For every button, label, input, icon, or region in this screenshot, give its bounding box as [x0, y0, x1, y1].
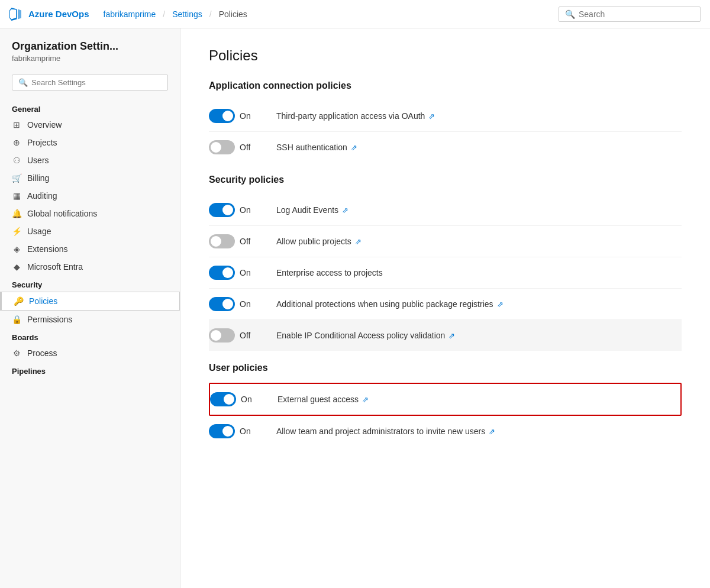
billing-icon: 🛒: [12, 173, 21, 183]
security-policies-section: Security policies On Log Audit Events ⇗: [209, 175, 682, 351]
section-label-boards: Boards: [0, 328, 180, 344]
user-policies-section: User policies On External guest access ⇗: [209, 363, 682, 447]
policy-row-invite-admins: On Allow team and project administrators…: [209, 416, 682, 447]
toggle-track-oauth[interactable]: [209, 109, 235, 123]
sidebar-item-label: Microsoft Entra: [27, 262, 83, 272]
sidebar-item-policies[interactable]: 🔑 Policies: [0, 292, 180, 311]
sidebar-item-usage[interactable]: ⚡ Usage: [0, 222, 180, 240]
toggle-invite-admins[interactable]: On: [209, 424, 262, 438]
toggle-enterprise-access[interactable]: On: [209, 266, 262, 280]
highlighted-ext-guest-row: On External guest access ⇗: [209, 383, 682, 416]
toggle-track-ip-conditional[interactable]: [209, 328, 235, 343]
azure-devops-logo[interactable]: Azure DevOps: [9, 7, 89, 21]
toggle-track-public-projects[interactable]: [209, 234, 235, 248]
sidebar-search-input[interactable]: [31, 78, 162, 87]
notifications-icon: 🔔: [12, 209, 21, 218]
toggle-public-projects[interactable]: Off: [209, 234, 262, 248]
breadcrumb-policies: Policies: [219, 9, 247, 19]
overview-icon: ⊞: [12, 120, 21, 130]
policy-name-ssh: SSH authentication ⇗: [276, 143, 357, 152]
policy-row-pkg-registries: On Additional protections when using pub…: [209, 289, 682, 320]
policy-row-ext-guest: On External guest access ⇗: [210, 390, 680, 409]
policy-link-invite-admins[interactable]: ⇗: [489, 427, 495, 436]
toggle-ssh[interactable]: Off: [209, 140, 262, 154]
toggle-label-log-audit: On: [240, 205, 255, 215]
toggle-label-public-projects: Off: [240, 237, 255, 246]
sidebar-item-global-notifications[interactable]: 🔔 Global notifications: [0, 205, 180, 222]
sidebar-item-label: Extensions: [27, 244, 67, 254]
toggle-ext-guest[interactable]: On: [210, 392, 263, 406]
sidebar-item-projects[interactable]: ⊕ Projects: [0, 134, 180, 151]
toggle-ip-conditional[interactable]: Off: [209, 328, 262, 343]
sidebar-item-label: Global notifications: [27, 209, 97, 218]
auditing-icon: ▦: [12, 191, 21, 201]
toggle-track-ssh[interactable]: [209, 140, 235, 154]
toggle-log-audit[interactable]: On: [209, 203, 262, 217]
breadcrumb-org[interactable]: fabrikamprime: [104, 9, 156, 19]
toggle-label-ssh: Off: [240, 143, 255, 152]
policy-link-ext-guest[interactable]: ⇗: [362, 395, 369, 404]
sidebar-item-label: Policies: [29, 296, 57, 306]
toggle-knob-ip-conditional: [211, 330, 221, 341]
policy-link-ip-conditional[interactable]: ⇗: [448, 331, 455, 340]
sidebar-item-label: Users: [27, 156, 49, 165]
sidebar-item-label: Projects: [27, 138, 57, 147]
toggle-pkg-registries[interactable]: On: [209, 297, 262, 311]
policy-link-log-audit[interactable]: ⇗: [342, 206, 348, 215]
toggle-track-log-audit[interactable]: [209, 203, 235, 217]
permissions-icon: 🔒: [12, 315, 21, 324]
section-title-security: Security policies: [209, 175, 682, 185]
global-search-box[interactable]: 🔍: [559, 7, 701, 22]
policy-row-ssh: Off SSH authentication ⇗: [209, 132, 682, 163]
policy-link-ssh[interactable]: ⇗: [351, 143, 357, 152]
toggle-label-enterprise-access: On: [240, 268, 255, 277]
policy-row-oauth: On Third-party application access via OA…: [209, 101, 682, 132]
usage-icon: ⚡: [12, 227, 21, 236]
toggle-knob-ext-guest: [224, 394, 234, 405]
sidebar-item-permissions[interactable]: 🔒 Permissions: [0, 311, 180, 328]
toggle-label-ip-conditional: Off: [240, 331, 255, 340]
policy-link-oauth[interactable]: ⇗: [428, 112, 435, 121]
toggle-knob-public-projects: [211, 236, 221, 247]
sidebar-item-label: Overview: [27, 120, 62, 130]
section-label-general: General: [0, 100, 180, 116]
sidebar-header: Organization Settin... fabrikamprime: [0, 28, 180, 69]
toggle-oauth[interactable]: On: [209, 109, 262, 123]
process-icon: ⚙: [12, 348, 21, 358]
policy-link-public-projects[interactable]: ⇗: [355, 237, 362, 246]
main-content: Policies Application connection policies…: [180, 28, 710, 588]
sidebar-item-extensions[interactable]: ◈ Extensions: [0, 240, 180, 258]
toggle-track-enterprise-access[interactable]: [209, 266, 235, 280]
toggle-knob-oauth: [222, 111, 233, 121]
section-title-app-connection: Application connection policies: [209, 80, 682, 91]
sidebar-item-billing[interactable]: 🛒 Billing: [0, 169, 180, 187]
policy-row-log-audit: On Log Audit Events ⇗: [209, 195, 682, 226]
extensions-icon: ◈: [12, 244, 21, 254]
sidebar-item-label: Usage: [27, 227, 51, 236]
breadcrumb-sep-2: /: [163, 9, 165, 19]
sidebar-title: Organization Settin...: [12, 40, 168, 53]
breadcrumb-sep-3: /: [209, 9, 212, 19]
entra-icon: ◆: [12, 262, 21, 272]
sidebar-item-label: Permissions: [27, 315, 72, 324]
breadcrumb-settings[interactable]: Settings: [172, 9, 202, 19]
policy-name-ext-guest: External guest access ⇗: [277, 395, 369, 404]
section-label-security: Security: [0, 276, 180, 292]
section-label-pipelines: Pipelines: [0, 362, 180, 378]
policy-name-enterprise-access: Enterprise access to projects: [276, 268, 383, 277]
toggle-track-invite-admins[interactable]: [209, 424, 235, 438]
sidebar-item-overview[interactable]: ⊞ Overview: [0, 116, 180, 134]
policy-name-log-audit: Log Audit Events ⇗: [276, 205, 348, 215]
policy-link-pkg-registries[interactable]: ⇗: [497, 300, 504, 309]
toggle-track-pkg-registries[interactable]: [209, 297, 235, 311]
toggle-knob-pkg-registries: [222, 299, 233, 309]
top-navigation: Azure DevOps ​ fabrikamprime / Settings …: [0, 0, 710, 28]
policies-icon: 🔑: [14, 296, 23, 306]
sidebar-item-process[interactable]: ⚙ Process: [0, 344, 180, 362]
search-input[interactable]: [579, 9, 694, 19]
toggle-track-ext-guest[interactable]: [210, 392, 236, 406]
sidebar-search-box[interactable]: 🔍: [12, 75, 168, 91]
sidebar-item-auditing[interactable]: ▦ Auditing: [0, 187, 180, 205]
sidebar-item-microsoft-entra[interactable]: ◆ Microsoft Entra: [0, 258, 180, 276]
sidebar-item-users[interactable]: ⚇ Users: [0, 151, 180, 169]
